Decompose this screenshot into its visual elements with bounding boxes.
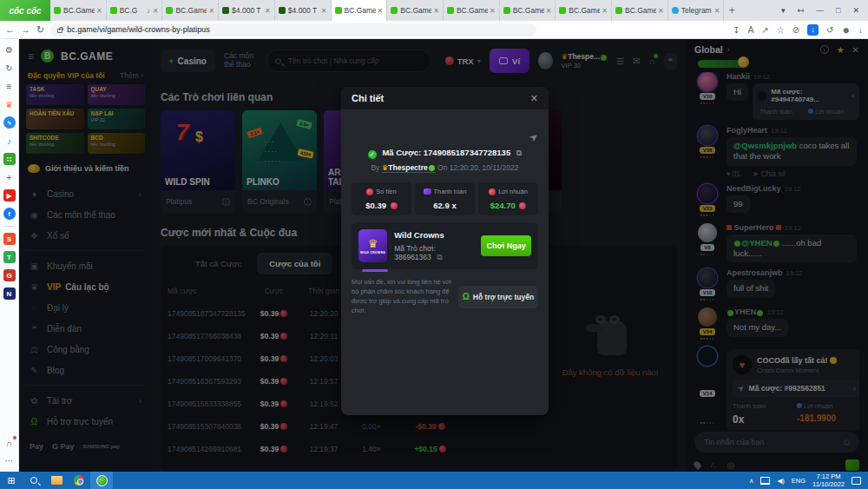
browser-tab[interactable]: BC.Game✕ xyxy=(387,0,444,21)
windows-taskbar: ⊞ ∧ ◀) ENG 7:12 PM11/10/2022 xyxy=(0,472,868,489)
share-bet-icon[interactable]: ➤ xyxy=(527,129,542,144)
coccoc-logo[interactable]: cốc cốc xyxy=(0,0,50,21)
tab-close-icon[interactable]: ✕ xyxy=(546,7,552,15)
translate-icon[interactable]: A xyxy=(748,25,754,35)
file-explorer-icon[interactable] xyxy=(45,472,68,489)
settings-gear-icon[interactable]: ⚙ xyxy=(3,43,16,56)
more-icon[interactable]: ⋯ xyxy=(3,454,16,466)
sync-icon[interactable]: ↺ xyxy=(826,25,833,35)
screen: cốc cốc BC.Game✕ BC.G♪✕ BC.Game✕ $4.000 … xyxy=(0,0,868,489)
start-button[interactable]: ⊞ xyxy=(0,472,23,489)
tray-expand-icon[interactable]: ∧ xyxy=(749,477,754,485)
store-icon[interactable]: T xyxy=(3,251,16,263)
new-tab-button[interactable]: + xyxy=(724,0,740,21)
back-icon[interactable]: ← xyxy=(5,25,15,35)
copy-icon[interactable]: ⧉ xyxy=(437,253,442,261)
tab-label: BC.Game xyxy=(345,6,376,15)
browser-tab-active[interactable]: BC.Game✕ xyxy=(332,0,388,21)
bet-author[interactable]: ♛Thespectre xyxy=(382,163,436,173)
downloads-icon[interactable]: ↓ xyxy=(858,25,863,35)
tab-close-icon[interactable]: ✕ xyxy=(433,7,439,15)
coccoc-taskbar-icon[interactable] xyxy=(90,472,113,489)
adblock-shield-icon[interactable]: ⊘ xyxy=(792,25,799,35)
download-manager-icon[interactable]: ↓ xyxy=(807,24,819,36)
education-icon[interactable]: G xyxy=(3,269,16,281)
payout-icon xyxy=(424,188,431,195)
copy-icon[interactable]: ⧉ xyxy=(516,149,522,157)
action-center-icon[interactable] xyxy=(852,477,861,485)
address-bar[interactable]: bc.game/vi/game/wild-crowns-by-platipus xyxy=(50,23,536,36)
language-indicator[interactable]: ENG xyxy=(792,477,806,485)
shopee-icon[interactable]: S xyxy=(3,233,16,245)
browser-tab[interactable]: $4.000 T✕ xyxy=(275,0,332,21)
close-window-button[interactable]: ✕ xyxy=(852,6,859,15)
tab-close-icon[interactable]: ✕ xyxy=(265,7,271,15)
news-site-icon[interactable]: N xyxy=(3,287,16,300)
minimize-button[interactable]: — xyxy=(816,6,824,15)
game-name: Wild Crowns xyxy=(394,230,474,240)
tab-close-icon[interactable]: ✕ xyxy=(153,7,159,15)
bell-icon[interactable]: ∩ xyxy=(3,437,16,449)
browser-tab[interactable]: BC.Game✕ xyxy=(612,0,668,21)
bookmark-star-icon[interactable]: ☆ xyxy=(777,25,785,35)
tab-close-icon[interactable]: ✕ xyxy=(96,7,102,15)
forward-icon[interactable]: → xyxy=(21,25,30,35)
stat-amount: Số tiền $0.39 xyxy=(352,182,411,215)
taskbar-clock[interactable]: 7:12 PM11/10/2022 xyxy=(812,472,845,488)
chrome-icon[interactable] xyxy=(68,472,90,489)
pin-icon[interactable]: ↤ xyxy=(797,6,804,15)
taskbar-search-icon[interactable] xyxy=(23,472,45,489)
bcgame-favicon xyxy=(559,7,566,14)
browser-tab[interactable]: BC.Game✕ xyxy=(162,0,219,21)
crown-hot-icon[interactable]: ♛ xyxy=(3,98,16,110)
tab-audio-icon[interactable]: ♪ xyxy=(147,8,150,14)
volume-icon[interactable]: ◀) xyxy=(777,477,784,485)
browser-tab[interactable]: BC.Game✕ xyxy=(500,0,556,21)
stat-profit: Lợi nhuận $24.70 xyxy=(478,182,538,215)
browser-tab[interactable]: Telegram✕ xyxy=(668,0,725,21)
browser-toolbar-icons: ↧ A ↗ ☆ ⊘ ↓ ↺ ☻ ↓ xyxy=(733,24,863,36)
share-icon[interactable]: ↗ xyxy=(761,25,768,35)
youtube-icon[interactable]: ▶ xyxy=(3,189,16,202)
promo-favicon xyxy=(279,7,286,14)
newsfeed-icon[interactable]: ≡ xyxy=(3,80,16,92)
browser-tab[interactable]: BC.Game✕ xyxy=(50,0,107,21)
browser-tab[interactable]: BC.G♪✕ xyxy=(107,0,163,21)
network-icon[interactable] xyxy=(760,477,770,485)
add-shortcut-icon[interactable]: + xyxy=(3,171,16,183)
messenger-icon[interactable]: ϟ xyxy=(3,116,16,129)
tab-close-icon[interactable]: ✕ xyxy=(378,7,384,15)
window-controls: ▾ ↤ — □ ✕ xyxy=(773,0,868,21)
music-icon[interactable]: ♪ xyxy=(3,135,16,147)
browser-tab[interactable]: BC.Game✕ xyxy=(556,0,612,21)
url-text: bc.game/vi/game/wild-crowns-by-platipus xyxy=(67,25,210,34)
tab-label: BC.Game xyxy=(63,6,95,15)
tab-close-icon[interactable]: ✕ xyxy=(714,7,720,15)
modal-close-icon[interactable]: ✕ xyxy=(530,93,538,104)
browser-tab[interactable]: BC.Game✕ xyxy=(444,0,500,21)
play-now-button[interactable]: Chơi Ngay xyxy=(481,235,531,256)
tab-search-icon[interactable]: ▾ xyxy=(781,6,786,15)
gamepad-icon[interactable]: ∷ xyxy=(3,153,16,165)
live-support-button[interactable]: ΩHỗ trợ trực tuyến xyxy=(458,286,538,308)
tab-close-icon[interactable]: ✕ xyxy=(602,7,608,15)
reload-icon[interactable]: ↻ xyxy=(36,25,44,35)
bcgame-favicon xyxy=(110,7,117,14)
profile-icon[interactable]: ☻ xyxy=(841,25,851,35)
tab-close-icon[interactable]: ✕ xyxy=(490,7,496,15)
maximize-button[interactable]: □ xyxy=(836,6,840,15)
save-page-icon[interactable]: ↧ xyxy=(733,25,740,35)
coin-icon xyxy=(519,202,526,209)
history-icon[interactable]: ↻ xyxy=(3,62,16,74)
telegram-favicon xyxy=(672,7,679,14)
tab-close-icon[interactable]: ✕ xyxy=(208,7,214,15)
promo-favicon xyxy=(222,7,229,14)
browser-tab[interactable]: $4.000 T✕ xyxy=(219,0,275,21)
tab-close-icon[interactable]: ✕ xyxy=(658,7,664,15)
support-note: Mọi vấn đề, xin vui lòng liên hệ với bộ … xyxy=(352,278,451,316)
wild-crowns-thumbnail[interactable]: ♛WILD CROWNS xyxy=(358,229,387,262)
tab-label: Telegram xyxy=(681,6,713,15)
facebook-icon[interactable]: f xyxy=(3,208,16,220)
browser-titlebar: cốc cốc BC.Game✕ BC.G♪✕ BC.Game✕ $4.000 … xyxy=(0,0,868,21)
tab-close-icon[interactable]: ✕ xyxy=(321,7,327,15)
